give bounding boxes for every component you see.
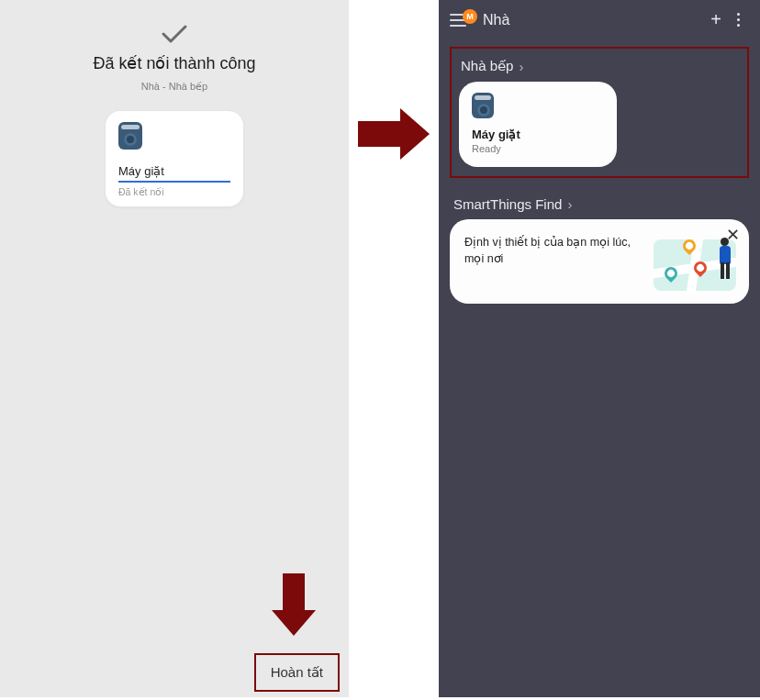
room-header[interactable]: Nhà bếp › [459,58,740,82]
success-title: Đã kết nối thành công [93,53,255,73]
complete-button[interactable]: Hoàn tất [254,653,340,692]
washer-icon [118,122,142,150]
find-header-label: SmartThings Find [453,196,562,212]
check-icon [161,24,188,44]
chevron-right-icon: › [519,59,523,74]
tile-status: Ready [472,143,604,154]
app-header: M Nhà + [439,0,760,38]
washer-icon [472,93,494,118]
arrow-down-annotation [272,573,316,641]
tile-name: Máy giặt [472,128,604,141]
close-icon[interactable]: ✕ [726,227,740,243]
room-block-highlight: Nhà bếp › Máy giặt Ready [450,47,749,178]
device-card[interactable]: Đã kết nối [106,111,243,206]
avatar[interactable]: M [463,9,477,24]
arrow-right-annotation [358,108,435,160]
right-screen: M Nhà + Nhà bếp › Máy giặt Ready SmartTh… [439,0,760,697]
device-status: Đã kết nối [118,186,230,197]
device-tile[interactable]: Máy giặt Ready [459,82,617,167]
device-name-input[interactable] [118,164,230,183]
location-subtitle: Nhà - Nhà bếp [141,81,207,93]
find-card-text: Định vị thiết bị của bạn mọi lúc, mọi nơ… [464,234,654,267]
find-card[interactable]: Định vị thiết bị của bạn mọi lúc, mọi nơ… [450,219,749,304]
home-label[interactable]: Nhà [483,12,705,28]
room-name: Nhà bếp [461,58,513,74]
person-icon [718,238,732,282]
chevron-right-icon: › [567,196,572,212]
add-icon[interactable]: + [705,9,727,30]
find-illustration [654,234,736,291]
more-icon[interactable] [727,13,749,27]
smartthings-find-header[interactable]: SmartThings Find › [453,196,745,212]
